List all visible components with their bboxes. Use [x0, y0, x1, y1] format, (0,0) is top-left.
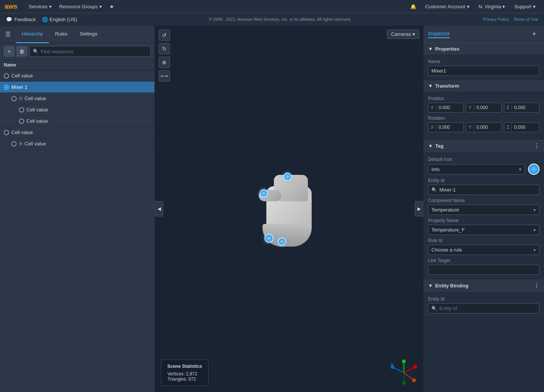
radio-button[interactable] — [11, 96, 17, 101]
list-item[interactable]: ⊟ Cell value — [0, 93, 155, 104]
nav-right: 🔔 Customer Account ▾ N. Virginia ▾ Suppo… — [406, 0, 540, 13]
name-field-label: Name — [428, 59, 539, 64]
services-menu[interactable]: Services ▾ — [25, 0, 56, 13]
collapse-icon[interactable]: ⊟ — [19, 96, 22, 101]
axis-gizmo: Y X Z — [391, 360, 417, 386]
add-item-button[interactable]: + — [4, 46, 14, 57]
property-name-select[interactable]: Temperature_F — [428, 225, 539, 235]
item-label: Cell value — [11, 130, 33, 135]
customer-account-menu[interactable]: Customer Account ▾ — [422, 0, 473, 13]
tag-indicator-2[interactable] — [260, 189, 268, 198]
rotation-row: X Y Z — [428, 122, 539, 132]
tag-section-content: Default Icon Info Warning Error Entity I… — [423, 153, 544, 279]
feedback-button[interactable]: 💬 Feedback — [6, 17, 36, 22]
radio-button[interactable] — [4, 130, 9, 135]
inspector-tab[interactable]: Inspector — [428, 31, 450, 38]
item-label: Cell value — [25, 96, 46, 101]
rotation-z-input[interactable] — [512, 123, 539, 132]
svg-point-10 — [402, 381, 406, 385]
position-z-field: Z — [504, 103, 539, 113]
entity-binding-id-input[interactable] — [439, 304, 536, 313]
link-target-input[interactable] — [428, 265, 539, 275]
support-menu[interactable]: Support ▾ — [510, 0, 539, 13]
z-label: Z — [504, 105, 512, 110]
property-name-label: Property Name — [428, 218, 539, 223]
radio-button[interactable] — [19, 107, 24, 113]
entity-binding-more-button[interactable]: ⋮ — [533, 282, 539, 289]
tag-entity-id-input[interactable] — [439, 185, 536, 194]
tag-indicator-1[interactable] — [283, 173, 292, 181]
item-label: Mixer 1 — [11, 84, 28, 90]
component-name-label: Component Name — [428, 198, 539, 203]
properties-section-header[interactable]: ▼ Properties — [423, 43, 544, 55]
nav-arrow-right[interactable]: ▶ — [415, 201, 423, 216]
hamburger-menu[interactable]: ☰ — [0, 31, 16, 38]
list-item[interactable]: Cell value — [0, 127, 155, 138]
svg-text:X: X — [413, 363, 416, 367]
default-icon-select[interactable]: Info Warning Error — [428, 164, 525, 174]
list-item[interactable]: Cell value — [0, 104, 155, 116]
rotation-x-input[interactable] — [436, 123, 463, 132]
bookmarks-icon[interactable]: ★ — [106, 0, 118, 13]
language-selector[interactable]: 🌐 English (US) — [42, 17, 77, 22]
transform-section-content: Position X Y Z Rotation X — [423, 92, 544, 139]
hierarchy-toolbar: + 🗑 🔍 — [0, 43, 155, 60]
transform-section-header[interactable]: ▼ Transform — [423, 80, 544, 92]
name-field-input[interactable] — [428, 66, 539, 76]
entity-binding-search-icon: 🔍 — [431, 306, 437, 311]
position-label: Position — [428, 96, 539, 101]
position-x-input[interactable] — [436, 103, 463, 112]
nav-arrow-left[interactable]: ◀ — [155, 201, 163, 216]
position-z-input[interactable] — [512, 103, 539, 112]
tag-indicator-3[interactable] — [264, 234, 274, 243]
triangles-count: Triangles: 972 — [167, 377, 202, 382]
tag-section-header[interactable]: ▼ Tag ⋮ — [423, 139, 544, 153]
rule-id-select[interactable]: Choose a rule — [428, 245, 539, 255]
properties-section-content: Name — [423, 55, 544, 80]
center-panel: Cameras ▾ ↺ ↻ ⊕ ⟷ ◀ ▶ — [155, 26, 423, 392]
radio-button[interactable] — [19, 119, 24, 124]
x-label: X — [428, 105, 436, 110]
tag-more-button[interactable]: ⋮ — [533, 142, 539, 150]
item-label: Cell value — [26, 107, 48, 113]
second-navigation: 💬 Feedback 🌐 English (US) © 2008 - 2021,… — [0, 13, 544, 26]
tab-hierarchy[interactable]: Hierarchy — [16, 26, 49, 43]
tag-indicator-4[interactable] — [278, 238, 286, 246]
position-x-field: X — [428, 103, 464, 113]
rotation-y-field: Y — [466, 122, 501, 132]
redo-button[interactable]: ↻ — [159, 43, 170, 54]
undo-button[interactable]: ↺ — [159, 29, 170, 41]
move-tool-button[interactable]: ⊕ — [159, 57, 170, 68]
search-input[interactable] — [41, 49, 147, 54]
region-menu[interactable]: N. Virginia ▾ — [475, 0, 509, 13]
rz-label: Z — [504, 125, 512, 130]
tab-settings[interactable]: Settings — [74, 26, 104, 43]
expand-icon[interactable]: ⊞ — [19, 141, 22, 146]
vertices-count: Vertices: 2,872 — [167, 371, 202, 377]
hierarchy-list: Cell value Mixer 1 ⊟ Cell value Cell val… — [0, 70, 155, 392]
component-name-select[interactable]: Temperature — [428, 205, 539, 215]
radio-button[interactable] — [4, 73, 9, 79]
entity-binding-section-header[interactable]: ▼ Entity Binding ⋮ — [423, 279, 544, 293]
radio-button[interactable] — [4, 85, 9, 90]
svg-text:Y: Y — [402, 360, 404, 361]
list-item[interactable]: Cell value — [0, 116, 155, 127]
add-component-button[interactable]: + — [529, 29, 539, 40]
privacy-policy-link[interactable]: Privacy Policy — [483, 17, 509, 22]
scale-tool-button[interactable]: ⟷ — [159, 70, 170, 82]
rotation-z-field: Z — [504, 122, 539, 132]
rotation-x-field: X — [428, 122, 464, 132]
entity-id-search-icon: 🔍 — [431, 187, 437, 193]
list-item[interactable]: Mixer 1 — [0, 82, 155, 93]
resource-groups-menu[interactable]: Resource Groups ▾ — [56, 0, 106, 13]
y-label: Y — [466, 105, 474, 110]
tab-rules[interactable]: Rules — [49, 26, 74, 43]
notifications-icon[interactable]: 🔔 — [406, 0, 420, 13]
position-y-input[interactable] — [474, 103, 501, 112]
list-item[interactable]: Cell value — [0, 70, 155, 82]
list-item[interactable]: ⊞ Cell value — [0, 138, 155, 150]
delete-item-button[interactable]: 🗑 — [17, 46, 27, 57]
radio-button[interactable] — [11, 141, 17, 147]
terms-of-use-link[interactable]: Terms of Use — [513, 17, 538, 22]
rotation-y-input[interactable] — [474, 123, 501, 132]
